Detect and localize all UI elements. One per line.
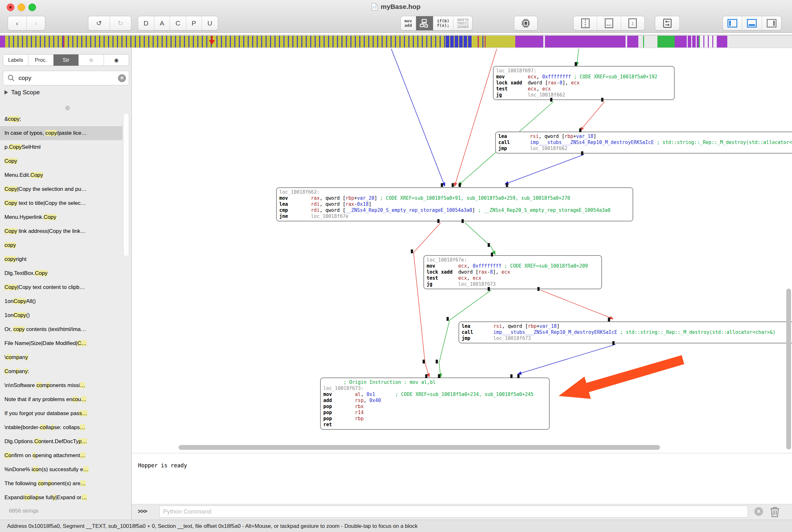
string-list-item[interactable]: \ntable{border-collapse: collaps… [0, 420, 123, 435]
string-list-item[interactable]: File Name|Size|Date Modified|C… [0, 337, 123, 350]
nav-segment[interactable] [727, 36, 792, 48]
string-list-item[interactable]: Menu.Edit.Copy [0, 168, 123, 182]
canvas-vertical-scrollbar[interactable] [786, 289, 791, 450]
trash-button[interactable] [769, 506, 780, 519]
string-list-item[interactable]: 1onCopyAll() [0, 294, 123, 308]
current-address-marker [207, 36, 216, 48]
basic-block-loc_10018f67e[interactable]: loc_10018f67e:mov ecx, 0xffffffff ; CODE… [423, 255, 602, 289]
clear-console-button[interactable]: ✕ [754, 507, 763, 516]
basic-block-loc_10018f662[interactable]: loc_10018f662:mov rax, qword [rbp+var_20… [276, 187, 633, 222]
clear-search-button[interactable]: ✕ [118, 74, 126, 82]
sidebar-scrollbar[interactable] [123, 113, 129, 256]
tab-str[interactable]: Str [53, 55, 78, 65]
string-list-item[interactable]: Copy|Copy the selection and pu… [0, 182, 123, 196]
type-button-u[interactable]: U [202, 16, 218, 30]
string-list-item[interactable]: Copy link address|Copy the link… [0, 224, 123, 238]
string-list-item[interactable]: Dlg.Options.Content.DefDocTyp… [0, 435, 123, 449]
string-list-item[interactable]: Expand/collapse fully|Expand or… [0, 491, 123, 505]
string-list-item[interactable]: The following component(s) are… [0, 477, 123, 491]
search-input[interactable] [18, 74, 118, 82]
disclosure-triangle-icon [4, 90, 8, 95]
graph-view-button[interactable] [416, 16, 433, 30]
toggle-right-panel-button[interactable] [762, 16, 781, 30]
basic-block-loc_10018f697[interactable]: loc_10018f697:mov ecx, 0xffffffff ; CODE… [493, 66, 675, 100]
string-list-item[interactable]: copyright [0, 252, 123, 266]
hex-view-button[interactable]: 486F70706572204469 [453, 16, 472, 30]
string-list-item[interactable]: Or, copy contents (text/html/ima… [0, 322, 123, 337]
string-list-item[interactable]: Copy text to title|Copy the selec… [0, 196, 123, 210]
string-list-item[interactable]: Confirm on opening attachment… [0, 449, 123, 462]
undo-button[interactable]: ↺ [88, 16, 110, 30]
back-button[interactable]: ‹ [8, 16, 26, 30]
nav-segment[interactable] [627, 36, 638, 48]
nav-segment[interactable] [717, 36, 727, 48]
nav-segment[interactable] [683, 36, 699, 48]
toggle-left-panel-button[interactable] [723, 16, 742, 30]
split-column-button[interactable] [574, 16, 597, 30]
string-list-item[interactable]: Note that if any problems encou… [0, 393, 123, 406]
split-column-icon [580, 18, 591, 29]
nav-segment[interactable] [0, 36, 5, 48]
canvas-horizontal-scrollbar[interactable] [179, 445, 660, 450]
address-space-navigator[interactable] [0, 35, 792, 49]
string-list-item[interactable]: \company [0, 350, 123, 364]
redo-button[interactable]: ↻ [110, 16, 131, 30]
nav-segment[interactable] [473, 36, 478, 48]
string-list-item[interactable]: Copy|Copy text content to clipb… [0, 280, 123, 294]
edge-port [608, 318, 610, 321]
string-list-item[interactable]: 1onCopy() [0, 308, 123, 322]
string-list-item[interactable]: \n\nSoftware components missi… [0, 378, 123, 393]
string-list-item[interactable]: p.CopySelHtml [0, 140, 123, 154]
string-list-item[interactable]: copy [0, 238, 123, 252]
string-list-item[interactable]: &copy; [0, 112, 123, 126]
nav-segment[interactable] [658, 36, 675, 48]
splitter-handle[interactable] [66, 106, 70, 110]
type-button-c[interactable]: C [170, 16, 186, 30]
tag-scope-disclosure[interactable]: Tag Scope [4, 89, 40, 96]
string-list-item[interactable]: %nDone% icon(s) successfully e… [0, 462, 123, 477]
tab-[interactable]: ◉ [104, 55, 129, 65]
type-button-d[interactable]: D [138, 16, 154, 30]
nav-segment[interactable] [515, 36, 543, 48]
type-button-a[interactable]: A [154, 16, 170, 30]
nav-segment[interactable] [485, 36, 515, 48]
basic-block-loc_10018f673[interactable]: ; Origin Instruction : mov al,blloc_1001… [320, 378, 550, 430]
single-column-button[interactable]: 1 [621, 16, 644, 30]
basic-block-stub-destroy-1[interactable]: lea rsi, qword [rbp+var_18]call imp___st… [495, 132, 792, 154]
python-command-input[interactable] [160, 506, 748, 518]
nav-segment[interactable] [675, 36, 683, 48]
type-button-p[interactable]: P [186, 16, 202, 30]
string-list-item[interactable]: Company: [0, 364, 123, 378]
cpu-button[interactable] [514, 16, 538, 31]
edge-port [423, 360, 425, 363]
string-list-item[interactable]: In case of typos, copy/paste lice… [0, 126, 123, 140]
nav-segment[interactable] [5, 36, 63, 48]
dotted-column-button[interactable] [597, 16, 621, 30]
edge-port [452, 183, 454, 187]
string-list-item[interactable]: Menu.Hyperlink.Copy [0, 210, 123, 224]
single-column-icon: 1 [627, 18, 638, 29]
basic-block-stub-destroy-2[interactable]: lea rsi, qword [rbp+var_18]call imp___st… [459, 321, 792, 343]
tab-proc[interactable]: Proc. [28, 55, 53, 65]
tab-labels[interactable]: Labels [3, 55, 28, 65]
nav-segment[interactable] [446, 36, 473, 48]
string-list-item[interactable]: Dlg.TextBox.Copy [0, 266, 123, 280]
nav-segment[interactable] [65, 36, 213, 48]
edge-port [447, 317, 449, 321]
assembly-view-button[interactable]: movadd [401, 16, 416, 30]
nav-segment[interactable] [213, 36, 446, 48]
nav-segment[interactable] [644, 36, 658, 48]
forward-button[interactable]: › [26, 16, 45, 30]
nav-segment[interactable] [638, 36, 643, 48]
string-list-item[interactable]: Copy [0, 154, 123, 168]
nav-segment[interactable] [700, 36, 717, 48]
pseudocode-view-button[interactable]: if(b)f(x); [433, 16, 453, 30]
string-list-item[interactable]: If you forgot your database pass… [0, 406, 123, 420]
cfg-canvas[interactable]: loc_10018f697:mov ecx, 0xffffffff ; CODE… [132, 48, 792, 453]
transfer-button[interactable] [655, 16, 680, 31]
tab-[interactable]: ☆ [78, 55, 104, 65]
search-field[interactable]: ✕ [3, 71, 129, 86]
nav-segment[interactable] [545, 36, 626, 48]
toggle-bottom-panel-button[interactable] [742, 16, 761, 30]
nav-segment[interactable] [479, 36, 485, 48]
